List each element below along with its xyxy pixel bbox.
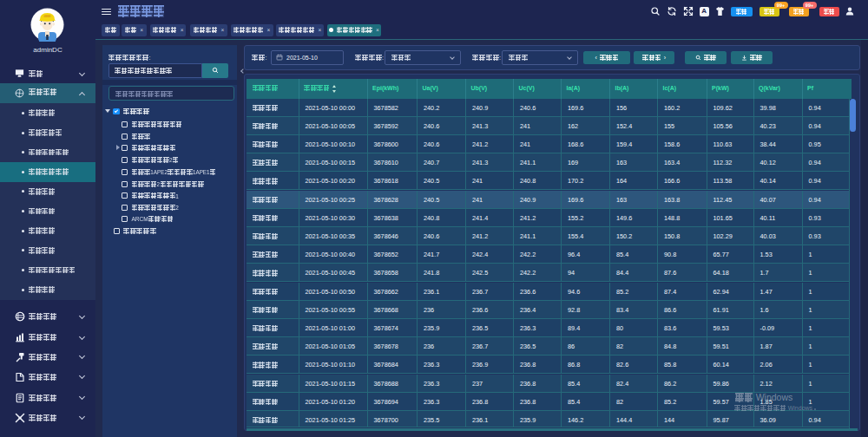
svg-text:####: #### (44, 15, 50, 18)
